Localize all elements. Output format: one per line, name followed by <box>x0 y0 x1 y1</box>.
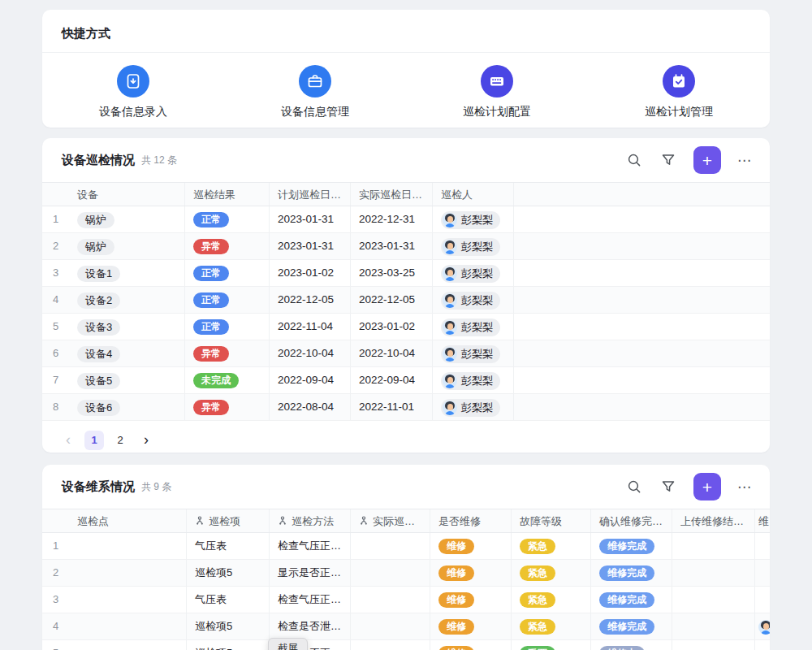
confirm-cell[interactable]: 维修完成 <box>591 533 672 559</box>
header-actual-date[interactable]: 实际巡检日… <box>351 183 433 206</box>
header-result[interactable]: 巡检结果 <box>185 183 270 206</box>
point-cell[interactable] <box>69 560 187 586</box>
item-cell[interactable]: 巡检项5 <box>187 640 270 650</box>
point-cell[interactable] <box>69 613 187 639</box>
extra-cell[interactable] <box>755 587 770 613</box>
device-cell[interactable]: 设备6 <box>69 394 185 420</box>
extra-cell[interactable] <box>755 613 770 639</box>
shortcut-device-entry[interactable]: 设备信息录入 <box>42 65 224 119</box>
repair-cell[interactable]: 维修 <box>430 587 512 613</box>
upload-cell[interactable] <box>672 613 755 639</box>
method-cell[interactable]: 检查气压正… <box>270 587 351 613</box>
level-cell[interactable]: 紧急 <box>512 613 591 639</box>
actual-date-cell[interactable]: 2022-11-01 <box>351 394 433 420</box>
planned-date-cell[interactable]: 2023-01-31 <box>270 233 351 259</box>
device-cell[interactable]: 锅炉 <box>69 206 185 232</box>
table-row[interactable]: 2 锅炉 异常 2023-01-31 2023-01-31 彭梨梨 <box>42 233 770 260</box>
filter-icon[interactable] <box>661 479 676 494</box>
result-cell[interactable]: 未完成 <box>185 367 270 393</box>
actual-date-cell[interactable]: 2023-01-31 <box>351 233 433 259</box>
inspector-cell[interactable]: 彭梨梨 <box>433 287 514 313</box>
point-cell[interactable] <box>69 587 187 613</box>
actual-date-cell[interactable]: 2022-10-04 <box>351 340 433 366</box>
level-cell[interactable]: 重要 <box>512 640 591 650</box>
result-cell[interactable]: 正常 <box>185 314 270 340</box>
inspector-cell[interactable]: 彭梨梨 <box>433 260 514 286</box>
repair-cell[interactable]: 维修 <box>430 613 512 639</box>
device-cell[interactable]: 设备1 <box>69 260 185 286</box>
device-cell[interactable]: 设备3 <box>69 314 185 340</box>
result-cell[interactable]: 正常 <box>185 206 270 232</box>
table-row[interactable]: 3 设备1 正常 2023-01-02 2023-03-25 彭梨梨 <box>42 260 770 287</box>
device-cell[interactable]: 设备5 <box>69 367 185 393</box>
upload-cell[interactable] <box>672 587 755 613</box>
level-cell[interactable]: 紧急 <box>512 560 591 586</box>
confirm-cell[interactable]: 维修完成 <box>591 613 672 639</box>
table-row[interactable]: 1 气压表 检查气压正… 维修 紧急 维修完成 <box>42 533 770 560</box>
actual-date-cell[interactable]: 2023-03-25 <box>351 260 433 286</box>
table-row[interactable]: 4 设备2 正常 2022-12-05 2022-12-05 彭梨梨 <box>42 287 770 314</box>
add-record-button[interactable]: + <box>693 146 721 174</box>
inspector-cell[interactable]: 彭梨梨 <box>433 314 514 340</box>
confirm-cell[interactable]: 维修中 <box>591 640 672 650</box>
header-extra[interactable]: 维 <box>755 509 770 532</box>
actual-date-cell[interactable]: 2022-12-05 <box>351 287 433 313</box>
filter-icon[interactable] <box>661 153 676 167</box>
table-row[interactable]: 2 巡检项5 显示是否正… 维修 紧急 维修完成 <box>42 560 770 587</box>
planned-date-cell[interactable]: 2022-10-04 <box>270 340 351 366</box>
method-cell[interactable]: 显示是否正… <box>270 560 351 586</box>
table-row[interactable]: 3 气压表 检查气压正… 维修 紧急 维修完成 <box>42 587 770 613</box>
extra-cell[interactable] <box>755 533 770 559</box>
add-record-button[interactable]: + <box>693 473 721 500</box>
actual-date-cell[interactable]: 2022-12-31 <box>351 206 433 232</box>
more-icon[interactable]: ⋯ <box>737 152 752 169</box>
repair-cell[interactable]: 维修 <box>430 640 512 650</box>
level-cell[interactable]: 紧急 <box>512 587 591 613</box>
upload-cell[interactable] <box>672 640 755 650</box>
result-cell[interactable]: 异常 <box>185 233 270 259</box>
table-row[interactable]: 7 设备5 未完成 2022-09-04 2022-09-04 彭梨梨 <box>42 367 770 394</box>
repair-cell[interactable]: 维修 <box>430 560 512 586</box>
result-cell[interactable]: 正常 <box>185 287 270 313</box>
method-cell[interactable]: 检查气压正… <box>270 533 351 559</box>
extra-cell[interactable] <box>755 560 770 586</box>
inspector-cell[interactable]: 彭梨梨 <box>433 340 514 366</box>
actual-cell[interactable] <box>351 533 430 559</box>
actual-cell[interactable] <box>351 587 430 613</box>
inspector-cell[interactable]: 彭梨梨 <box>433 233 514 259</box>
table-row[interactable]: 1 锅炉 正常 2023-01-31 2022-12-31 彭梨梨 <box>42 206 770 233</box>
planned-date-cell[interactable]: 2022-11-04 <box>270 314 351 340</box>
table-row[interactable]: 5 设备3 正常 2022-11-04 2023-01-02 彭梨梨 <box>42 314 770 340</box>
search-icon[interactable] <box>627 153 641 167</box>
planned-date-cell[interactable]: 2023-01-02 <box>270 260 351 286</box>
next-page-icon[interactable]: › <box>136 431 156 450</box>
item-cell[interactable]: 巡检项5 <box>187 613 270 639</box>
item-cell[interactable]: 气压表 <box>187 533 270 559</box>
result-cell[interactable]: 正常 <box>185 260 270 286</box>
header-item[interactable]: 巡检项 <box>187 509 270 532</box>
inspector-cell[interactable]: 彭梨梨 <box>433 206 514 232</box>
shortcut-plan-config[interactable]: 巡检计划配置 <box>406 65 588 119</box>
header-inspector[interactable]: 巡检人 <box>433 183 514 206</box>
header-upload[interactable]: 上传维修结… <box>672 509 755 532</box>
prev-page-icon[interactable]: ‹ <box>58 431 78 450</box>
item-cell[interactable]: 气压表 <box>187 587 270 613</box>
actual-cell[interactable] <box>351 640 430 650</box>
table-row[interactable]: 6 设备4 异常 2022-10-04 2022-10-04 彭梨梨 <box>42 340 770 367</box>
more-icon[interactable]: ⋯ <box>737 479 752 496</box>
device-cell[interactable]: 锅炉 <box>69 233 185 259</box>
shortcut-device-manage[interactable]: 设备信息管理 <box>224 65 406 119</box>
inspector-cell[interactable]: 彭梨梨 <box>433 394 514 420</box>
planned-date-cell[interactable]: 2022-08-04 <box>270 394 351 420</box>
header-confirm[interactable]: 确认维修完… <box>591 509 672 532</box>
result-cell[interactable]: 异常 <box>185 340 270 366</box>
table-row[interactable]: 8 设备6 异常 2022-08-04 2022-11-01 彭梨梨 <box>42 394 770 421</box>
header-planned-date[interactable]: 计划巡检日… <box>270 183 351 206</box>
header-actual[interactable]: 实际巡… <box>351 509 430 532</box>
actual-date-cell[interactable]: 2022-09-04 <box>351 367 433 393</box>
shortcut-plan-manage[interactable]: 巡检计划管理 <box>588 65 770 119</box>
repair-cell[interactable]: 维修 <box>430 533 512 559</box>
actual-date-cell[interactable]: 2023-01-02 <box>351 314 433 340</box>
table-row[interactable]: 4 巡检项5 检查是否泄… 维修 紧急 维修完成 <box>42 613 770 640</box>
planned-date-cell[interactable]: 2022-12-05 <box>270 287 351 313</box>
